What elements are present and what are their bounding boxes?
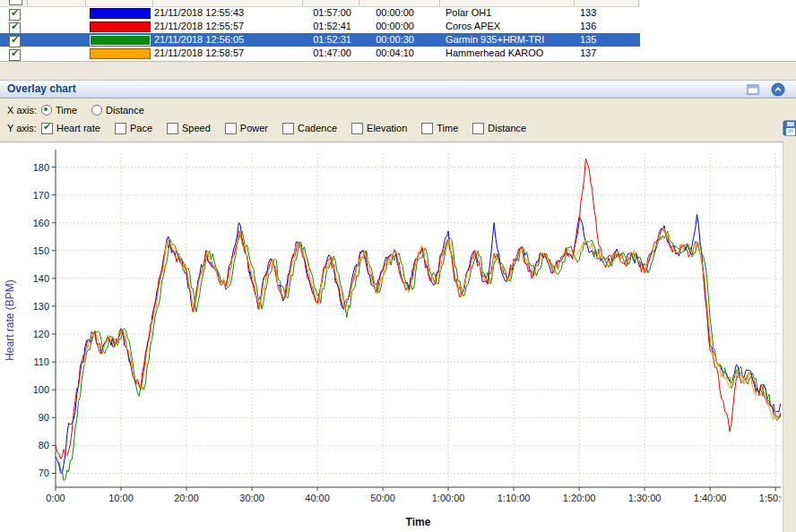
row-datetime: 21/11/2018 12:58:57 — [154, 47, 298, 60]
table-row[interactable]: ✔ 21/11/2018 12:55:57 01:52:41 00:00:00 … — [0, 20, 640, 33]
row-device: Polar OH1 — [446, 6, 571, 20]
row-value: 135 — [580, 33, 625, 47]
row-device: Coros APEX — [446, 20, 571, 33]
x-tick-label: 1:20:00 — [563, 493, 596, 503]
checkbox-pace[interactable]: ✔ — [115, 123, 126, 134]
row-value: 136 — [580, 20, 625, 33]
row-checkbox[interactable]: ✔ — [9, 9, 21, 21]
checkbox-cadence[interactable]: ✔ — [282, 123, 294, 134]
table-row-selected[interactable]: ✔ 21/11/2018 12:56:05 01:52:31 00:00:30 … — [0, 33, 640, 47]
checkbox-time[interactable]: ✔ — [421, 123, 433, 134]
collapse-panel-icon[interactable] — [771, 82, 785, 97]
x-tick-label: 1:40:00 — [694, 493, 727, 503]
x-axis-title: Time — [406, 516, 431, 528]
y-tick-label: 90 — [39, 412, 49, 423]
series-garmin-935-hrm-tri — [59, 231, 782, 481]
row-datetime: 21/11/2018 12:55:43 — [154, 6, 298, 20]
row-checkbox-partial — [9, 0, 22, 5]
color-swatch — [90, 8, 151, 19]
x-tick-label: 20:00 — [174, 493, 199, 503]
x-tick-label: 30:00 — [239, 493, 264, 503]
checkbox-heart-rate[interactable]: ✔ — [41, 123, 53, 134]
x-tick-label: 1:00:00 — [432, 493, 465, 503]
y-tick-label: 100 — [33, 384, 49, 395]
x-tick-label: 10:00 — [108, 493, 134, 503]
color-swatch — [90, 48, 151, 59]
row-datetime: 21/11/2018 12:56:05 — [154, 33, 298, 47]
y-option-elevation[interactable]: ✔ Elevation — [351, 123, 407, 134]
y-tick-label: 130 — [33, 301, 49, 312]
row-checkbox[interactable]: ✔ — [9, 22, 21, 34]
y-axis-title: Heart rate (BPM) — [4, 279, 16, 361]
y-tick-label: 110 — [33, 356, 49, 367]
row-offset: 00:00:00 — [359, 20, 414, 33]
row-value: 137 — [580, 47, 625, 60]
row-device: Garmin 935+HRM-TRI — [446, 33, 571, 47]
x-tick-label: 0:00 — [46, 493, 65, 503]
y-tick-label: 70 — [39, 468, 49, 478]
y-tick-label: 120 — [33, 329, 49, 339]
x-tick-label: 50:00 — [370, 493, 395, 503]
y-tick-label: 80 — [39, 440, 49, 450]
row-datetime: 21/11/2018 12:55:57 — [154, 20, 298, 33]
overlay-line-chart: 0:0010:0020:0030:0040:0050:001:00:001:10… — [0, 142, 782, 531]
activity-table: ✔ 21/11/2018 12:55:43 01:57:00 00:00:00 … — [0, 0, 796, 62]
checkbox-power[interactable]: ✔ — [225, 123, 237, 134]
y-option-heart-rate[interactable]: ✔ Heart rate — [41, 123, 100, 134]
radio-time-label: Time — [56, 105, 77, 116]
x-axis-option-distance[interactable]: Distance — [91, 105, 144, 116]
x-axis-option-time[interactable]: Time — [41, 105, 77, 116]
y-tick-label: 150 — [33, 245, 49, 256]
row-offset: 00:00:30 — [359, 33, 414, 47]
checkbox-speed[interactable]: ✔ — [167, 123, 178, 134]
y-tick-label: 180 — [33, 162, 49, 173]
x-tick-label: 1:50:00 — [759, 493, 782, 503]
window-layout-icon[interactable] — [746, 82, 760, 97]
checkbox-elevation[interactable]: ✔ — [351, 123, 363, 134]
save-chart-icon[interactable] — [783, 120, 796, 138]
axis-controls: X axis: Time Distance Y axis: ✔ Heart ra… — [0, 99, 796, 142]
row-duration: 01:47:00 — [296, 47, 351, 60]
series-coros-apex — [56, 159, 782, 459]
row-offset: 00:04:10 — [359, 47, 414, 60]
x-axis-label: X axis: — [7, 105, 41, 116]
color-swatch — [90, 35, 151, 46]
row-duration: 01:52:31 — [296, 33, 351, 47]
series-hammerhead-karoo — [82, 228, 782, 421]
radio-time[interactable] — [41, 105, 52, 116]
row-offset: 00:00:00 — [359, 6, 414, 20]
panel-title: Overlay chart — [7, 81, 76, 98]
x-tick-label: 1:10:00 — [497, 493, 531, 503]
panel-gap — [0, 62, 796, 80]
y-option-speed[interactable]: ✔ Speed — [167, 123, 211, 134]
y-tick-label: 160 — [33, 218, 49, 228]
x-tick-label: 40:00 — [305, 493, 330, 503]
x-tick-label: 1:30:00 — [628, 493, 662, 503]
radio-distance-label: Distance — [106, 105, 144, 116]
y-option-cadence[interactable]: ✔ Cadence — [282, 123, 337, 134]
row-duration: 01:57:00 — [296, 6, 351, 20]
y-option-distance[interactable]: ✔ Distance — [472, 123, 526, 134]
y-tick-label: 170 — [33, 190, 49, 201]
checkbox-distance[interactable]: ✔ — [472, 123, 484, 134]
radio-distance[interactable] — [91, 105, 102, 116]
table-row[interactable]: ✔ 21/11/2018 12:55:43 01:57:00 00:00:00 … — [0, 6, 640, 20]
row-device: Hammerhead KAROO — [446, 47, 571, 60]
row-checkbox[interactable]: ✔ — [9, 36, 21, 47]
overlay-chart-header: Overlay chart — [0, 80, 796, 99]
y-option-time[interactable]: ✔ Time — [421, 123, 458, 134]
y-option-pace[interactable]: ✔ Pace — [115, 123, 152, 134]
y-axis-label: Y axis: — [7, 123, 41, 133]
row-value: 133 — [580, 6, 625, 20]
row-checkbox[interactable]: ✔ — [9, 49, 21, 61]
color-swatch — [90, 21, 151, 32]
chart-panel: 0:0010:0020:0030:0040:0050:001:00:001:10… — [0, 142, 783, 532]
row-duration: 01:52:41 — [296, 20, 351, 33]
y-option-power[interactable]: ✔ Power — [225, 123, 268, 134]
table-row[interactable]: ✔ 21/11/2018 12:58:57 01:47:00 00:04:10 … — [0, 47, 640, 60]
y-tick-label: 140 — [33, 273, 49, 284]
